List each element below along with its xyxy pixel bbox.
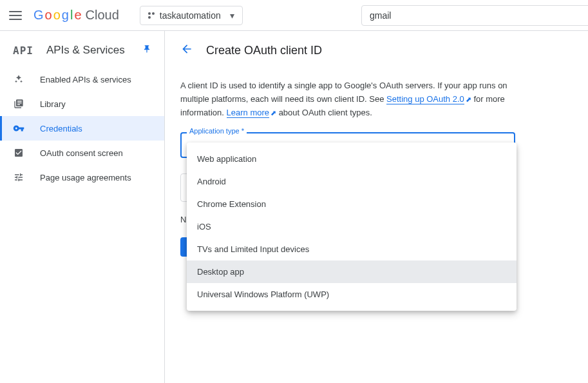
pin-icon[interactable] xyxy=(142,44,151,56)
dropdown-option-desktop[interactable]: Desktop app xyxy=(187,260,517,283)
sidebar-item-consent[interactable]: OAuth consent screen xyxy=(0,141,164,165)
dropdown-option-ios[interactable]: iOS xyxy=(187,215,517,238)
sidebar-header: API APIs & Services xyxy=(0,39,164,67)
sidebar-item-library[interactable]: Library xyxy=(0,92,164,116)
api-badge: API xyxy=(13,44,33,57)
dropdown-option-web[interactable]: Web application xyxy=(187,148,517,170)
agreements-icon xyxy=(13,172,24,183)
external-link-icon: ⬈ xyxy=(466,95,471,103)
dropdown-option-tv[interactable]: TVs and Limited Input devices xyxy=(187,238,517,260)
description-text: A client ID is used to identify a single… xyxy=(180,79,515,119)
chevron-down-icon: ▾ xyxy=(230,10,234,21)
google-cloud-logo[interactable]: Google Cloud xyxy=(33,8,119,23)
dropdown-option-android[interactable]: Android xyxy=(187,170,517,193)
sidebar-item-label: Enabled APIs & services xyxy=(40,75,131,84)
sidebar-title: APIs & Services xyxy=(46,44,129,57)
sidebar-item-credentials[interactable]: Credentials xyxy=(0,116,164,141)
main-content: Create OAuth client ID A client ID is us… xyxy=(165,31,588,383)
sidebar-item-label: Library xyxy=(40,99,66,109)
menu-icon[interactable] xyxy=(8,8,23,23)
top-bar: Google Cloud taskautomation ▾ xyxy=(0,0,588,31)
sidebar: API APIs & Services Enabled APIs & servi… xyxy=(0,31,165,383)
sidebar-item-label: OAuth consent screen xyxy=(40,148,123,158)
project-name: taskautomation xyxy=(160,10,221,21)
project-icon xyxy=(148,12,155,19)
main-header: Create OAuth client ID xyxy=(180,43,573,59)
sidebar-item-label: Credentials xyxy=(40,124,82,133)
key-icon xyxy=(13,123,24,134)
dropdown-option-chrome[interactable]: Chrome Extension xyxy=(187,193,517,215)
consent-icon xyxy=(13,147,24,159)
external-link-icon: ⬈ xyxy=(270,109,276,117)
project-selector[interactable]: taskautomation ▾ xyxy=(140,6,243,25)
sidebar-item-label: Page usage agreements xyxy=(40,173,131,182)
learn-more-link[interactable]: Learn more xyxy=(227,108,269,118)
diamond-icon xyxy=(13,74,24,85)
sidebar-item-enabled-apis[interactable]: Enabled APIs & services xyxy=(0,67,164,92)
search-input[interactable] xyxy=(361,5,588,26)
page-title: Create OAuth client ID xyxy=(206,44,322,57)
field-label: Application type * xyxy=(187,127,247,135)
application-type-field: Application type * Web application Andro… xyxy=(180,132,515,158)
sidebar-item-agreements[interactable]: Page usage agreements xyxy=(0,165,164,190)
library-icon xyxy=(13,98,24,110)
back-arrow-icon[interactable] xyxy=(180,43,193,59)
dropdown-option-uwp[interactable]: Universal Windows Platform (UWP) xyxy=(187,283,517,306)
application-type-dropdown: Web application Android Chrome Extension… xyxy=(187,142,517,311)
setup-oauth-link[interactable]: Setting up OAuth 2.0 xyxy=(386,94,464,104)
